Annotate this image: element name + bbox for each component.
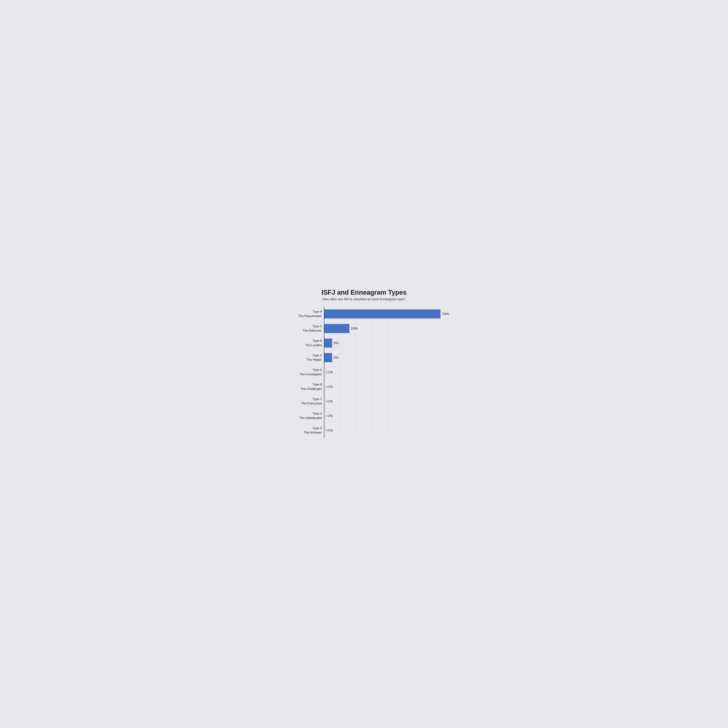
- type-number: Type 9: [312, 310, 322, 314]
- bar-value-label: 16%: [351, 327, 358, 330]
- type-number: Type 3: [312, 427, 322, 430]
- bar-row: Type 3The Achiever<1%: [288, 423, 440, 438]
- bar-value-label: <1%: [326, 385, 333, 389]
- rows-container: Type 9The Peacemaker74%Type 1The Reforme…: [288, 307, 440, 438]
- y-axis-label: Type 5The Investigator: [288, 368, 324, 376]
- type-name: The Reformer: [303, 329, 322, 332]
- y-axis-label: Type 2The Helper: [288, 353, 324, 362]
- bar: [324, 353, 332, 362]
- bar-row: Type 8The Challenger<1%: [288, 379, 440, 394]
- y-axis-label: Type 9The Peacemaker: [288, 310, 324, 318]
- type-name: The Individualist: [300, 416, 322, 420]
- bar-value-label: <1%: [326, 399, 333, 403]
- type-name: The Achiever: [304, 431, 322, 434]
- bar-value-label: <1%: [326, 370, 333, 374]
- y-axis-label: Type 3The Achiever: [288, 426, 324, 435]
- chart-area: Type 9The Peacemaker74%Type 1The Reforme…: [288, 307, 440, 438]
- y-axis-label: Type 7The Enthusiast: [288, 397, 324, 406]
- bar-value-label: 5%: [333, 356, 338, 359]
- type-number: Type 5: [312, 368, 322, 372]
- type-number: Type 8: [312, 383, 322, 386]
- type-number: Type 7: [312, 397, 322, 401]
- bar-value-label: 74%: [442, 312, 449, 316]
- bar-row: Type 4The Individualist<1%: [288, 408, 440, 423]
- bar-row: Type 6The Loyalist5%: [288, 336, 440, 350]
- bar: [324, 309, 440, 318]
- bar-row: Type 1The Reformer16%: [288, 321, 440, 336]
- bar-row: Type 2The Helper5%: [288, 350, 440, 365]
- bar-row: Type 9The Peacemaker74%: [288, 307, 440, 321]
- bar-row: Type 7The Enthusiast<1%: [288, 394, 440, 408]
- chart-container: ISFJ and Enneagram Types How often are I…: [282, 283, 446, 445]
- y-axis-label: Type 6The Loyalist: [288, 339, 324, 347]
- bar: [324, 338, 332, 348]
- y-axis-label: Type 4The Individualist: [288, 411, 324, 420]
- type-name: The Peacemaker: [298, 314, 322, 318]
- bar-value-label: <1%: [326, 414, 333, 418]
- chart-subtitle: How often are ISFJs classified as each E…: [288, 297, 440, 301]
- type-name: The Enthusiast: [301, 402, 322, 405]
- type-number: Type 6: [312, 339, 322, 343]
- type-name: The Investigator: [300, 373, 322, 376]
- type-name: The Helper: [306, 358, 322, 361]
- bar-value-label: <1%: [326, 428, 333, 433]
- chart-title: ISFJ and Enneagram Types: [288, 289, 440, 296]
- type-number: Type 2: [312, 353, 322, 357]
- bar-row: Type 5The Investigator<1%: [288, 365, 440, 379]
- y-axis-label: Type 1The Reformer: [288, 324, 324, 333]
- y-axis-label: Type 8The Challenger: [288, 382, 324, 391]
- type-name: The Loyalist: [305, 343, 322, 347]
- type-number: Type 1: [312, 324, 322, 328]
- type-name: The Challenger: [301, 387, 322, 391]
- bar: [324, 324, 349, 333]
- type-number: Type 4: [312, 412, 322, 415]
- bar-value-label: 5%: [333, 341, 338, 345]
